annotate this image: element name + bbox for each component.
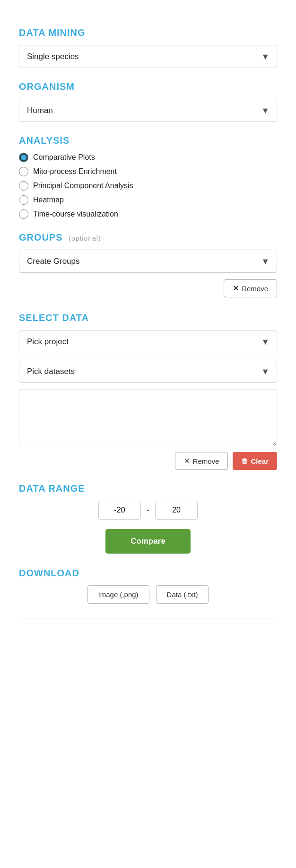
groups-remove-x-icon: ✕: [233, 284, 239, 293]
data-range-title: DATA RANGE: [19, 483, 277, 494]
remove-clear-row: ✕ Remove 🗑 Clear: [19, 452, 277, 470]
data-clear-label: Clear: [251, 457, 269, 465]
analysis-title: ANALYSIS: [19, 135, 277, 146]
pick-datasets-select[interactable]: Pick datasets: [19, 360, 277, 383]
groups-optional: (optional): [69, 234, 101, 242]
trash-icon: 🗑: [241, 457, 248, 465]
groups-remove-label: Remove: [242, 285, 268, 293]
organism-select[interactable]: Human: [19, 99, 277, 122]
analysis-label-comparative-plots: Comparative Plots: [33, 153, 95, 162]
analysis-radio-group: Comparative Plots Mito-process Enrichmen…: [19, 153, 277, 219]
analysis-section: ANALYSIS Comparative Plots Mito-process …: [19, 135, 277, 219]
data-remove-button[interactable]: ✕ Remove: [175, 452, 228, 470]
analysis-label-pca: Principal Component Analysis: [33, 182, 133, 190]
analysis-radio-time-course[interactable]: [19, 209, 28, 219]
pick-project-select[interactable]: Pick project: [19, 330, 277, 353]
compare-button[interactable]: Compare: [105, 529, 191, 554]
groups-section: GROUPS (optional) Create Groups ▼ ✕ Remo…: [19, 232, 277, 297]
analysis-radio-pca[interactable]: [19, 181, 28, 191]
range-max-input[interactable]: [155, 501, 198, 520]
analysis-radio-heatmap[interactable]: [19, 195, 28, 205]
range-min-input[interactable]: [98, 501, 141, 520]
download-title: DOWNLOAD: [19, 568, 277, 579]
pick-datasets-wrapper: Pick datasets ▼: [19, 360, 277, 383]
organism-select-wrapper: Human ▼: [19, 99, 277, 122]
download-row: Image (.png) Data (.txt): [19, 585, 277, 604]
data-clear-button[interactable]: 🗑 Clear: [233, 452, 277, 470]
data-remove-x-icon: ✕: [184, 457, 190, 465]
analysis-option-time-course[interactable]: Time-course visualization: [19, 209, 277, 219]
data-remove-label: Remove: [193, 457, 219, 465]
bottom-divider: [19, 618, 277, 618]
select-data-section: SELECT DATA Pick project ▼ Pick datasets…: [19, 312, 277, 470]
select-data-title: SELECT DATA: [19, 312, 277, 323]
data-mining-select[interactable]: Single species: [19, 45, 277, 68]
analysis-label-mito-process: Mito-process Enrichment: [33, 167, 117, 176]
data-mining-title: DATA MINING: [19, 27, 277, 38]
datasets-textarea[interactable]: [19, 390, 277, 446]
download-image-button[interactable]: Image (.png): [87, 585, 149, 604]
download-section: DOWNLOAD Image (.png) Data (.txt): [19, 568, 277, 604]
analysis-label-heatmap: Heatmap: [33, 196, 64, 204]
analysis-radio-comparative-plots[interactable]: [19, 153, 28, 162]
organism-section: ORGANISM Human ▼: [19, 81, 277, 122]
range-dash: -: [147, 505, 149, 515]
analysis-option-comparative-plots[interactable]: Comparative Plots: [19, 153, 277, 162]
organism-title: ORGANISM: [19, 81, 277, 92]
analysis-option-heatmap[interactable]: Heatmap: [19, 195, 277, 205]
analysis-label-time-course: Time-course visualization: [33, 210, 118, 218]
analysis-option-mito-process[interactable]: Mito-process Enrichment: [19, 167, 277, 176]
data-range-section: DATA RANGE -: [19, 483, 277, 520]
groups-select[interactable]: Create Groups: [19, 250, 277, 273]
analysis-option-pca[interactable]: Principal Component Analysis: [19, 181, 277, 191]
groups-remove-button[interactable]: ✕ Remove: [224, 279, 277, 297]
groups-title: GROUPS (optional): [19, 232, 277, 243]
data-mining-select-wrapper: Single species ▼: [19, 45, 277, 68]
groups-remove-row: ✕ Remove: [19, 279, 277, 297]
data-mining-section: DATA MINING Single species ▼: [19, 27, 277, 68]
analysis-radio-mito-process[interactable]: [19, 167, 28, 176]
range-row: -: [19, 501, 277, 520]
groups-select-wrapper: Create Groups ▼: [19, 250, 277, 273]
download-data-button[interactable]: Data (.txt): [156, 585, 209, 604]
pick-project-wrapper: Pick project ▼: [19, 330, 277, 353]
